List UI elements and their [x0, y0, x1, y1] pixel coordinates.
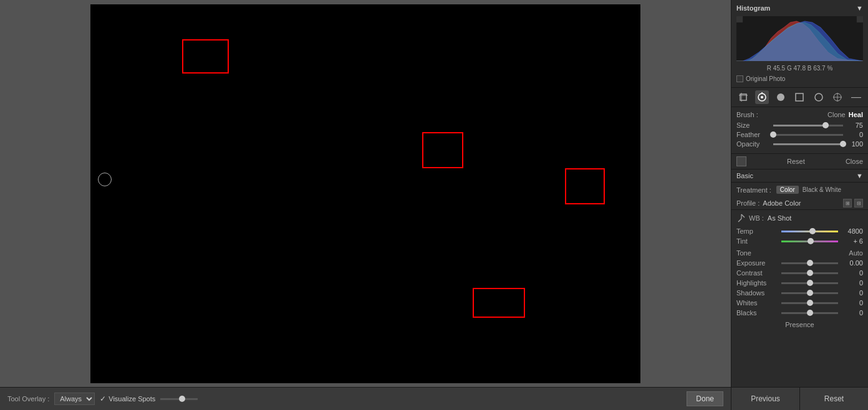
spot-list-icon[interactable]: [736, 156, 746, 166]
crop-icon[interactable]: [736, 90, 750, 104]
close-spots-btn[interactable]: Close: [846, 158, 863, 165]
circle-icon[interactable]: [812, 90, 826, 104]
treatment-label: Treatment :: [736, 186, 771, 194]
shadows-slider-row: Shadows 0: [731, 288, 868, 298]
wb-row: WB : As Shot: [731, 210, 868, 226]
tint-slider-track[interactable]: [781, 241, 838, 242]
presence-label: Presence: [731, 318, 868, 330]
previous-button[interactable]: Previous: [731, 388, 800, 410]
adjustment-brush-icon[interactable]: [831, 90, 844, 104]
blacks-slider-track[interactable]: [781, 312, 838, 314]
whites-slider-row: Whites 0: [731, 298, 868, 308]
bw-btn[interactable]: Black & White: [799, 186, 845, 194]
visualize-label: Visualize Spots: [109, 395, 155, 403]
tone-label: Tone: [736, 249, 751, 257]
highlights-slider-track[interactable]: [781, 282, 838, 284]
tint-slider-thumb[interactable]: [808, 238, 814, 244]
minus-icon[interactable]: —: [849, 90, 863, 104]
clone-btn[interactable]: Clone: [827, 111, 846, 118]
bottom-row: Tool Overlay : Always ✓ Visualize Spots …: [0, 387, 868, 410]
visualize-slider-thumb[interactable]: [179, 396, 185, 402]
spot-rect-2[interactable]: [422, 132, 463, 168]
basic-triangle: ▼: [856, 172, 863, 179]
size-label: Size: [736, 122, 771, 129]
visualize-slider[interactable]: [160, 398, 198, 400]
opacity-slider-fill: [773, 143, 843, 145]
feather-slider-track[interactable]: [773, 134, 843, 136]
brush-cursor: [98, 173, 112, 186]
treatment-row: Treatment : Color Black & White: [731, 183, 868, 197]
heal-btn[interactable]: Heal: [849, 111, 863, 118]
profile-icons: ⊞ ⊟: [843, 199, 863, 207]
tone-row: Tone Auto: [731, 246, 868, 258]
shadows-slider-track[interactable]: [781, 292, 838, 294]
tint-label: Tint: [736, 237, 779, 245]
contrast-value: 0: [841, 269, 863, 277]
blacks-slider-thumb[interactable]: [807, 310, 813, 316]
profile-label: Profile :: [736, 199, 760, 207]
histogram-section: Histogram ▼ R 45.5 G 4: [731, 0, 868, 88]
feather-slider-row: Feather 0: [736, 131, 863, 138]
whites-label: Whites: [736, 299, 779, 307]
exposure-slider-thumb[interactable]: [807, 260, 813, 266]
wb-label: WB :: [749, 214, 764, 222]
exposure-value: 0.00: [841, 259, 863, 267]
right-panel: Histogram ▼ R 45.5 G 4: [731, 0, 868, 387]
svg-point-11: [815, 93, 822, 101]
opacity-slider-thumb[interactable]: [840, 141, 846, 147]
size-slider-track[interactable]: [773, 125, 843, 126]
histogram-chart: [736, 16, 863, 61]
histogram-svg: [736, 16, 863, 61]
whites-slider-track[interactable]: [781, 302, 838, 304]
exposure-slider-track[interactable]: [781, 262, 838, 264]
profile-row: Profile : Adobe Color ⊞ ⊟: [731, 197, 868, 210]
contrast-slider-thumb[interactable]: [807, 270, 813, 276]
profile-grid-icon[interactable]: ⊞: [843, 199, 852, 207]
histogram-header: Histogram ▼: [731, 2, 868, 14]
svg-point-9: [777, 93, 784, 101]
reset-button[interactable]: Reset: [800, 388, 868, 410]
canvas-container: [0, 0, 731, 387]
spot-rect-3[interactable]: [565, 168, 605, 204]
temp-slider-thumb[interactable]: [809, 228, 816, 234]
opacity-value: 100: [846, 140, 863, 148]
fill-circle-icon[interactable]: [774, 90, 788, 104]
rect-icon[interactable]: [793, 90, 806, 104]
reset-spots-btn[interactable]: Reset: [787, 158, 805, 165]
tint-value: + 6: [841, 237, 863, 245]
opacity-slider-track[interactable]: [773, 143, 843, 145]
contrast-slider-track[interactable]: [781, 272, 838, 274]
blacks-value: 0: [841, 309, 863, 317]
temp-slider-track[interactable]: [781, 231, 838, 232]
svg-line-15: [741, 214, 745, 217]
spot-panel: Brush : Clone Heal Size 75 Feather: [731, 107, 868, 154]
done-button[interactable]: Done: [687, 391, 723, 406]
spot-rect-1[interactable]: [182, 39, 229, 74]
auto-btn[interactable]: Auto: [849, 249, 863, 257]
svg-rect-2: [857, 16, 863, 22]
whites-slider-thumb[interactable]: [807, 300, 813, 306]
always-select[interactable]: Always: [54, 393, 95, 405]
color-btn[interactable]: Color: [776, 186, 799, 194]
eyedropper-icon[interactable]: [736, 213, 746, 223]
feather-slider-thumb[interactable]: [770, 131, 776, 138]
basic-title: Basic: [736, 172, 753, 179]
visualize-check-row: ✓ Visualize Spots: [100, 394, 198, 403]
profile-browse-icon[interactable]: ⊟: [854, 199, 863, 207]
original-photo-row: Original Photo: [731, 74, 868, 85]
highlights-slider-thumb[interactable]: [807, 280, 813, 286]
spot-heal-icon[interactable]: [755, 90, 769, 104]
tool-overlay-label: Tool Overlay :: [7, 395, 49, 403]
original-photo-label: Original Photo: [746, 75, 785, 82]
spot-rect-4[interactable]: [473, 288, 525, 318]
histogram-rgb: R 45.5 G 47.8 B 63.7 %: [731, 64, 868, 74]
svg-point-7: [761, 96, 763, 98]
original-photo-checkbox[interactable]: [736, 75, 743, 82]
highlights-label: Highlights: [736, 279, 779, 287]
contrast-label: Contrast: [736, 269, 779, 277]
highlights-slider-row: Highlights 0: [731, 278, 868, 288]
size-slider-thumb[interactable]: [822, 122, 829, 128]
clone-heal-btns: Clone Heal: [827, 111, 863, 118]
histogram-title: Histogram: [736, 4, 770, 12]
shadows-slider-thumb[interactable]: [807, 290, 813, 296]
